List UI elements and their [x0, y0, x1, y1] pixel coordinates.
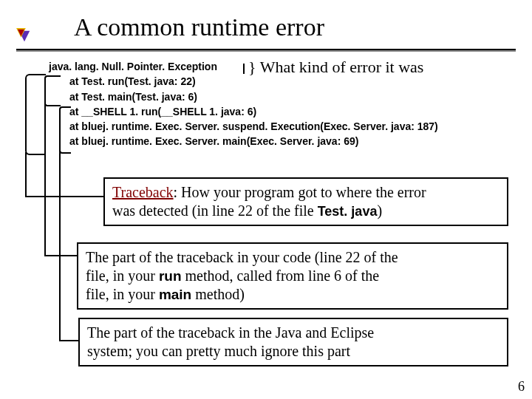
filename-code: Test. java: [318, 204, 378, 219]
text: file, in your: [86, 267, 159, 284]
bracket-usercode-icon: [44, 75, 61, 106]
bracket-traceback-icon: [25, 74, 46, 155]
brace-right-icon: [234, 64, 245, 74]
annotation-error-kind: } What kind of error it was: [248, 58, 423, 77]
stack-line: at __SHELL 1. run(__SHELL 1. java: 6): [49, 104, 438, 119]
slide-title: A common runtime error: [74, 13, 324, 41]
text: method, called from line 6 of the: [181, 267, 379, 284]
connector-line: [44, 255, 77, 256]
stack-line: at bluej. runtime. Exec. Server. main(Ex…: [49, 134, 438, 149]
connector-line: [25, 196, 103, 197]
method-code: run: [159, 268, 182, 284]
page-number: 6: [518, 379, 525, 395]
bracket-system-icon: [59, 106, 71, 154]
text: : How your program got to where the erro…: [174, 184, 426, 200]
text: was detected (in line 22 of the file: [112, 202, 318, 219]
title-rule: [16, 49, 516, 50]
callout-traceback: Traceback: How your program got to where…: [103, 177, 508, 226]
stack-line: at Test. main(Test. java: 6): [49, 89, 438, 104]
stack-line: at bluej. runtime. Exec. Server. suspend…: [49, 119, 438, 134]
method-code: main: [159, 287, 191, 302]
text: ): [377, 202, 382, 219]
text: The part of the traceback in your code (…: [86, 249, 398, 265]
callout-system-code: The part of the traceback in the Java an…: [78, 318, 508, 366]
text: method): [191, 286, 245, 302]
text: file, in your: [86, 286, 159, 302]
connector-line: [44, 103, 46, 256]
traceback-term: Traceback: [112, 184, 174, 200]
logo-icon: [16, 28, 33, 43]
connector-line: [59, 151, 61, 341]
text: The part of the traceback in the Java an…: [87, 324, 374, 341]
connector-line: [59, 340, 78, 341]
callout-user-code: The part of the traceback in your code (…: [77, 242, 508, 310]
slide-root: A common runtime error java. lang. Null.…: [0, 0, 532, 399]
connector-line: [25, 152, 27, 197]
text: system; you can pretty much ignore this …: [87, 343, 350, 359]
